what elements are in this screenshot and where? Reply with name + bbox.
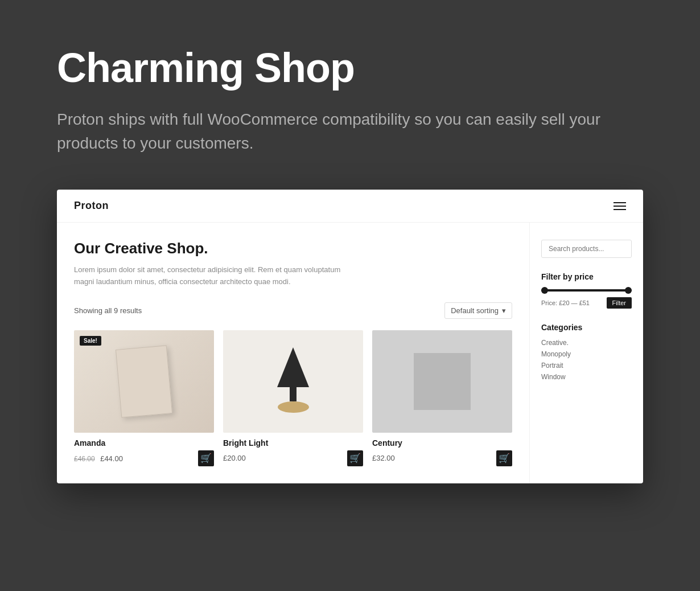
shop-content: Our Creative Shop. Lorem ipsum dolor sit…: [57, 223, 643, 483]
product-price-wrapper-bright: £20.00 🛒: [223, 450, 363, 466]
product-price-wrapper-century: £32.00 🛒: [372, 450, 512, 466]
product-name-century: Century: [372, 438, 512, 448]
category-item-creative[interactable]: Creative.: [541, 339, 632, 347]
filter-by-price-title: Filter by price: [541, 272, 632, 281]
category-item-window[interactable]: Window: [541, 373, 632, 381]
product-image-bright: [223, 330, 363, 433]
amanda-image: [74, 330, 214, 433]
add-to-cart-amanda[interactable]: 🛒: [198, 450, 214, 466]
sorting-dropdown[interactable]: Default sorting ▾: [444, 302, 512, 319]
price-range-text: Price: £20 — £51: [541, 299, 590, 306]
shop-toolbar: Showing all 9 results Default sorting ▾: [74, 302, 512, 319]
product-image-century: [372, 330, 512, 433]
shop-heading: Our Creative Shop.: [74, 240, 512, 257]
product-name-bright: Bright Light: [223, 438, 363, 448]
century-image: [372, 330, 512, 433]
shop-sidebar: Filter by price Price: £20 — £51 Filter …: [529, 223, 643, 483]
product-grid: Sale! Amanda £46.00 £44.00 🛒: [74, 330, 512, 466]
category-item-monopoly[interactable]: Monopoly: [541, 350, 632, 358]
hamburger-line-2: [613, 206, 626, 207]
sorting-label: Default sorting: [451, 306, 499, 315]
add-to-cart-bright[interactable]: 🛒: [347, 450, 363, 466]
category-item-portrait[interactable]: Portrait: [541, 362, 632, 370]
search-input-wrapper: [541, 240, 632, 258]
book-shape: [116, 345, 172, 417]
sorting-arrow-icon: ▾: [502, 306, 506, 315]
product-name-amanda: Amanda: [74, 438, 214, 448]
hamburger-line-1: [613, 202, 626, 203]
inner-logo: Proton: [74, 200, 109, 212]
search-input[interactable]: [541, 240, 632, 258]
sculpture-shape: [273, 347, 313, 416]
hero-title: Charming Shop: [57, 46, 643, 91]
cart-icon: 🛒: [349, 453, 361, 463]
product-card: Sale! Amanda £46.00 £44.00 🛒: [74, 330, 214, 466]
price-slider-track[interactable]: [541, 289, 632, 292]
product-card: Century £32.00 🛒: [372, 330, 512, 466]
preview-window: Proton Our Creative Shop. Lorem ipsum do…: [57, 190, 643, 483]
hamburger-line-3: [613, 209, 626, 210]
product-price-amanda: £44.00: [100, 454, 123, 463]
product-image-amanda: Sale!: [74, 330, 214, 433]
filter-button[interactable]: Filter: [607, 297, 632, 309]
shop-description: Lorem ipsum dolor sit amet, consectetur …: [74, 264, 359, 288]
inner-nav: Proton: [57, 190, 643, 223]
product-old-price-amanda: £46.00: [74, 455, 95, 463]
hero-subtitle: Proton ships with full WooCommerce compa…: [57, 108, 615, 155]
results-count: Showing all 9 results: [74, 306, 142, 315]
product-card: Bright Light £20.00 🛒: [223, 330, 363, 466]
square-shape: [414, 353, 471, 410]
slider-thumb-right[interactable]: [625, 287, 632, 294]
filter-by-price-section: Filter by price Price: £20 — £51 Filter: [541, 272, 632, 309]
product-price-wrapper-amanda: £46.00 £44.00 🛒: [74, 450, 214, 466]
price-filter-row: Price: £20 — £51 Filter: [541, 297, 632, 309]
cylinder-stem: [290, 387, 297, 401]
cart-icon: 🛒: [499, 453, 510, 463]
triangle-top: [277, 347, 309, 387]
sale-badge: Sale!: [80, 336, 101, 346]
price-slider-fill: [541, 289, 632, 292]
shop-main: Our Creative Shop. Lorem ipsum dolor sit…: [57, 223, 529, 483]
categories-title: Categories: [541, 323, 632, 332]
product-price-century: £32.00: [372, 454, 395, 462]
hamburger-icon[interactable]: [613, 202, 626, 210]
bright-image: [223, 330, 363, 433]
slider-thumb-left[interactable]: [541, 287, 548, 294]
hero-section: Charming Shop Proton ships with full Woo…: [0, 0, 700, 190]
add-to-cart-century[interactable]: 🛒: [496, 450, 512, 466]
product-prices-amanda: £46.00 £44.00: [74, 453, 123, 463]
cart-icon: 🛒: [200, 453, 212, 463]
categories-section: Categories Creative. Monopoly Portrait W…: [541, 323, 632, 381]
product-price-bright: £20.00: [223, 454, 246, 462]
cylinder-bottom: [278, 401, 309, 413]
